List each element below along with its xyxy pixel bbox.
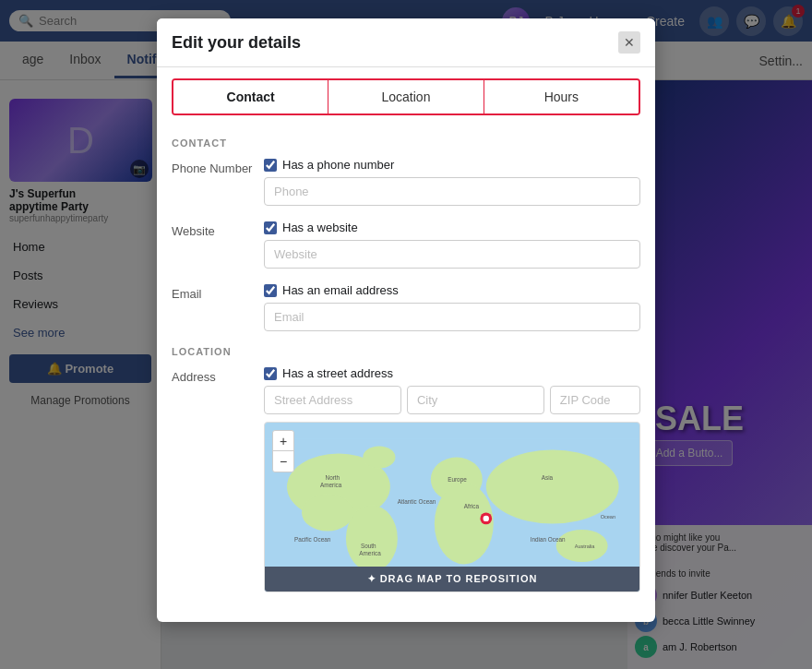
modal-tabs: Contact Location Hours [172,78,640,115]
zip-input[interactable] [550,386,640,414]
address-field-content: Has a street address [264,366,640,592]
address-label: Address [172,366,264,384]
email-label: Email [172,283,264,301]
location-section-label: LOCATION [172,346,640,357]
svg-text:Asia: Asia [542,474,554,481]
city-input[interactable] [407,386,544,414]
tab-hours[interactable]: Hours [484,80,639,113]
website-input[interactable] [264,240,640,269]
drag-map-bar[interactable]: ✦ DRAG MAP TO REPOSITION [265,567,639,591]
website-label: Website [172,221,264,238]
address-checkbox-label: Has a street address [282,366,393,380]
email-input[interactable] [264,303,640,331]
website-field-content: Has a website [264,221,640,269]
website-checkbox[interactable] [264,221,277,234]
website-checkbox-label: Has a website [282,221,358,234]
phone-label: Phone Number [172,158,264,175]
modal-header: Edit your details ✕ [157,18,655,67]
svg-text:Africa: Africa [464,503,480,509]
address-checkbox-row: Has a street address [264,366,640,380]
modal-close-button[interactable]: ✕ [618,31,640,54]
svg-text:North: North [326,474,340,481]
tab-contact[interactable]: Contact [173,80,328,113]
email-checkbox-label: Has an email address [282,283,399,297]
map-container: North America South America Europe Afric… [264,422,640,592]
svg-point-3 [346,506,398,572]
address-field-row: Address Has a street address [172,366,640,592]
phone-checkbox-row: Has a phone number [264,158,640,172]
phone-input[interactable] [264,177,640,206]
zoom-in-button[interactable]: + [273,431,293,451]
contact-section-label: CONTACT [172,137,640,149]
website-checkbox-row: Has a website [264,221,640,234]
tab-location[interactable]: Location [328,80,483,113]
email-checkbox[interactable] [264,284,277,297]
email-checkbox-row: Has an email address [264,283,640,297]
modal-body: CONTACT Phone Number Has a phone number … [157,126,655,622]
svg-text:America: America [359,550,381,556]
svg-text:South: South [361,543,376,549]
svg-text:Australia: Australia [575,544,596,549]
address-checkbox[interactable] [264,367,277,380]
zoom-out-button[interactable]: − [273,451,293,472]
phone-checkbox[interactable] [264,159,277,172]
address-inputs-row [264,386,640,414]
phone-field-row: Phone Number Has a phone number [172,158,640,206]
svg-text:Ocean: Ocean [601,514,615,520]
map-zoom-controls: + − [272,430,294,472]
edit-details-modal: Edit your details ✕ Contact Location Hou… [157,18,655,622]
svg-point-8 [363,447,395,469]
svg-point-2 [302,495,353,532]
svg-text:Indian Ocean: Indian Ocean [531,536,566,543]
phone-checkbox-label: Has a phone number [282,158,394,172]
svg-text:Atlantic Ocean: Atlantic Ocean [398,498,436,505]
modal-overlay: Edit your details ✕ Contact Location Hou… [0,0,812,669]
email-field-row: Email Has an email address [172,283,640,331]
email-field-content: Has an email address [264,283,640,331]
website-field-row: Website Has a website [172,221,640,269]
svg-point-6 [486,450,619,524]
modal-title: Edit your details [172,33,301,53]
street-input[interactable] [264,386,401,414]
svg-text:Europe: Europe [448,476,467,484]
phone-field-content: Has a phone number [264,158,640,206]
svg-text:Pacific Ocean: Pacific Ocean [294,536,331,543]
svg-point-22 [484,516,489,521]
svg-text:America: America [320,482,342,488]
